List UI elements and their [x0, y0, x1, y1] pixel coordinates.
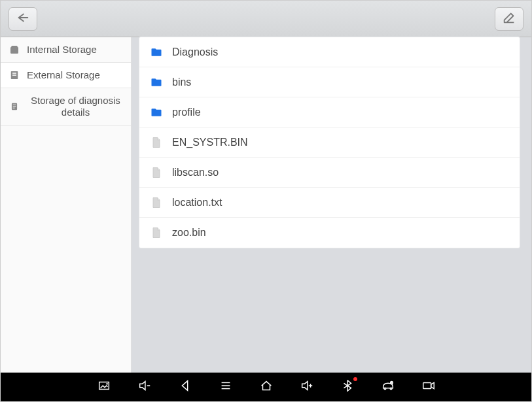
diagnostics-icon [381, 378, 395, 395]
file-name: Diagnosis [172, 46, 218, 58]
svg-rect-2 [12, 75, 16, 76]
svg-rect-4 [13, 105, 16, 105]
sidebar-item-label: Storage of diagnosis details [27, 95, 124, 118]
file-name: location.txt [172, 197, 222, 209]
storage-external-icon [9, 69, 20, 81]
file-icon [150, 136, 163, 149]
volume-up-button[interactable] [298, 378, 316, 396]
file-icon [150, 166, 163, 179]
svg-rect-5 [13, 106, 16, 107]
sidebar-item-label: External Storage [27, 69, 124, 81]
file-name: zoo.bin [172, 227, 206, 239]
menu-icon [219, 378, 233, 395]
list-item-file[interactable]: libscan.so [139, 158, 520, 188]
file-name: profile [172, 107, 201, 118]
list-item-file[interactable]: EN_SYSTR.BIN [139, 127, 520, 158]
bluetooth-icon [340, 378, 355, 395]
svg-rect-6 [13, 108, 15, 109]
folder-icon [150, 46, 163, 59]
app-root: Internal Storage External Storage Storag… [0, 0, 532, 402]
svg-point-16 [390, 388, 392, 390]
sidebar: Internal Storage External Storage Storag… [1, 37, 132, 373]
main-panel: Diagnosis bins profile [132, 37, 531, 373]
home-button[interactable] [257, 378, 275, 396]
svg-rect-20 [423, 382, 431, 388]
back-nav-icon [178, 378, 192, 395]
menu-button[interactable] [217, 378, 235, 396]
list-item-folder[interactable]: profile [139, 97, 520, 127]
file-icon [150, 196, 163, 209]
body: Internal Storage External Storage Storag… [1, 37, 531, 373]
bottombar [1, 373, 531, 401]
diagnostics-button[interactable] [379, 378, 397, 396]
svg-rect-1 [12, 73, 16, 74]
sidebar-item-label: Internal Storage [27, 44, 124, 56]
list-item-file[interactable]: zoo.bin [139, 218, 520, 248]
file-name: bins [172, 76, 191, 88]
folder-icon [150, 76, 163, 89]
notification-dot-icon [353, 377, 357, 381]
screenshot-button[interactable] [95, 378, 113, 396]
volume-up-icon [300, 378, 314, 395]
file-list: Diagnosis bins profile [139, 37, 520, 248]
volume-down-icon [137, 378, 152, 395]
edit-button[interactable] [495, 7, 523, 31]
volume-down-button[interactable] [135, 378, 154, 396]
sidebar-item-internal-storage[interactable]: Internal Storage [1, 37, 131, 63]
sidebar-item-external-storage[interactable]: External Storage [1, 63, 131, 88]
home-icon [259, 378, 274, 395]
file-name: EN_SYSTR.BIN [172, 137, 248, 148]
bluetooth-button[interactable] [338, 378, 357, 396]
list-item-folder[interactable]: Diagnosis [139, 37, 520, 67]
back-button[interactable] [9, 7, 37, 31]
list-item-file[interactable]: location.txt [139, 188, 520, 218]
record-button[interactable] [419, 378, 438, 396]
file-name: libscan.so [172, 167, 219, 178]
list-item-folder[interactable]: bins [139, 67, 520, 97]
sidebar-item-diagnosis-storage[interactable]: Storage of diagnosis details [1, 88, 131, 126]
screenshot-icon [97, 378, 111, 395]
storage-internal-icon [9, 44, 20, 56]
svg-point-15 [384, 388, 386, 390]
folder-icon [150, 106, 163, 119]
record-icon [421, 378, 436, 395]
file-icon [150, 226, 163, 239]
topbar [1, 1, 531, 37]
edit-icon [502, 10, 516, 27]
back-nav-button[interactable] [176, 378, 194, 396]
storage-diagnosis-icon [9, 101, 20, 112]
back-arrow-icon [16, 10, 30, 27]
svg-point-8 [106, 383, 107, 384]
